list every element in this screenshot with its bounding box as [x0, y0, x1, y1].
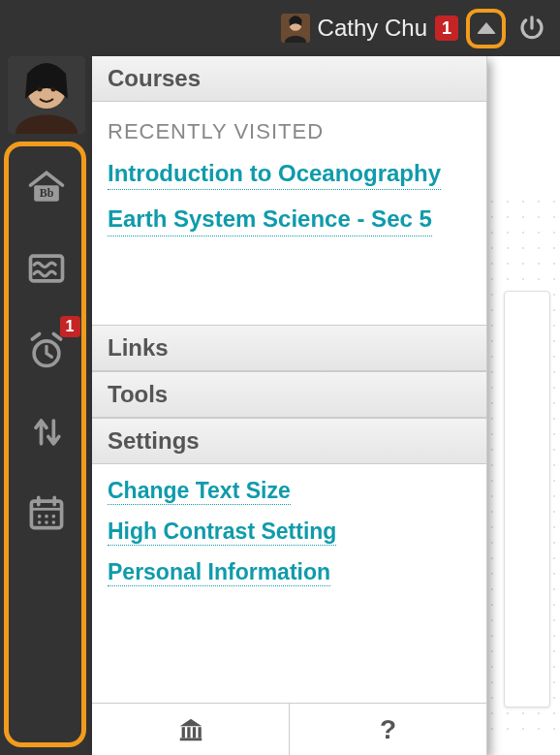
svg-point-14	[37, 520, 41, 524]
avatar-thumb-icon	[281, 14, 310, 43]
svg-rect-21	[179, 738, 202, 740]
footer-home-button[interactable]	[92, 704, 289, 755]
svg-rect-19	[192, 727, 195, 738]
svg-point-13	[51, 515, 55, 519]
recent-heading: RECENTLY VISITED	[92, 102, 486, 154]
svg-point-4	[38, 87, 43, 92]
chevron-up-icon	[477, 22, 496, 34]
nav-posts[interactable]	[22, 244, 71, 293]
transfer-arrows-icon	[25, 410, 68, 453]
settings-link[interactable]: Personal Information	[108, 559, 330, 586]
svg-text:Bb: Bb	[39, 186, 53, 200]
section-tools[interactable]: Tools	[92, 371, 486, 418]
section-links[interactable]: Links	[92, 325, 486, 371]
svg-point-16	[51, 520, 55, 524]
svg-point-15	[45, 520, 48, 524]
notification-badge: 1	[435, 16, 458, 41]
institution-icon	[176, 715, 205, 744]
svg-rect-20	[198, 727, 201, 738]
section-settings[interactable]: Settings	[92, 418, 486, 464]
section-courses[interactable]: Courses	[92, 56, 486, 102]
collapse-toggle[interactable]	[466, 9, 506, 48]
nav-calendar[interactable]	[22, 488, 71, 537]
power-icon	[517, 14, 546, 43]
svg-point-11	[37, 515, 41, 519]
footer-help-button[interactable]: ?	[289, 704, 486, 755]
global-nav-panel: Courses RECENTLY VISITED Introduction to…	[92, 56, 487, 755]
svg-rect-17	[181, 727, 184, 738]
nav-updates[interactable]: 1	[22, 326, 71, 374]
nav-blackboard[interactable]: Bb	[22, 163, 71, 211]
settings-link[interactable]: High Contrast Setting	[108, 519, 336, 546]
avatar-large-icon	[8, 56, 85, 134]
svg-point-12	[45, 515, 48, 519]
svg-rect-18	[187, 727, 190, 738]
settings-link[interactable]: Change Text Size	[108, 478, 291, 505]
recent-course-link[interactable]: Earth System Science - Sec 5	[108, 204, 432, 236]
user-name: Cathy Chu	[318, 15, 427, 42]
home-bb-icon: Bb	[25, 166, 68, 208]
recent-course-link[interactable]: Introduction to Oceanography	[108, 158, 441, 190]
svg-point-5	[51, 87, 56, 92]
nav-grades[interactable]	[22, 407, 71, 456]
calendar-icon	[25, 491, 68, 534]
posts-icon	[25, 247, 68, 290]
user-menu[interactable]: Cathy Chu 1	[281, 9, 506, 48]
updates-badge: 1	[60, 316, 80, 337]
help-icon: ?	[380, 714, 396, 745]
logout-button[interactable]	[512, 8, 552, 48]
